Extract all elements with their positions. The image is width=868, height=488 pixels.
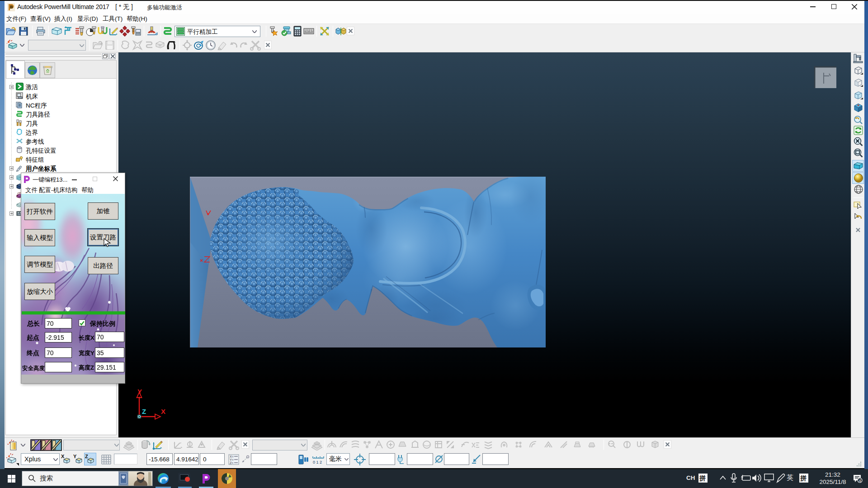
svg-text:X: X [61, 454, 65, 459]
svg-text:Z: Z [142, 408, 146, 415]
svg-text:Z=: Z= [230, 461, 233, 465]
svg-text:Y=: Y= [230, 458, 234, 461]
svg-text:Y: Y [137, 388, 142, 395]
svg-text:0 1 2: 0 1 2 [313, 460, 322, 465]
svg-text:X=: X= [230, 455, 234, 458]
svg-text:X: X [161, 408, 165, 415]
svg-text:4: 4 [859, 479, 861, 483]
svg-text:Y: Y [73, 454, 77, 459]
svg-text:Z: Z [85, 454, 88, 459]
